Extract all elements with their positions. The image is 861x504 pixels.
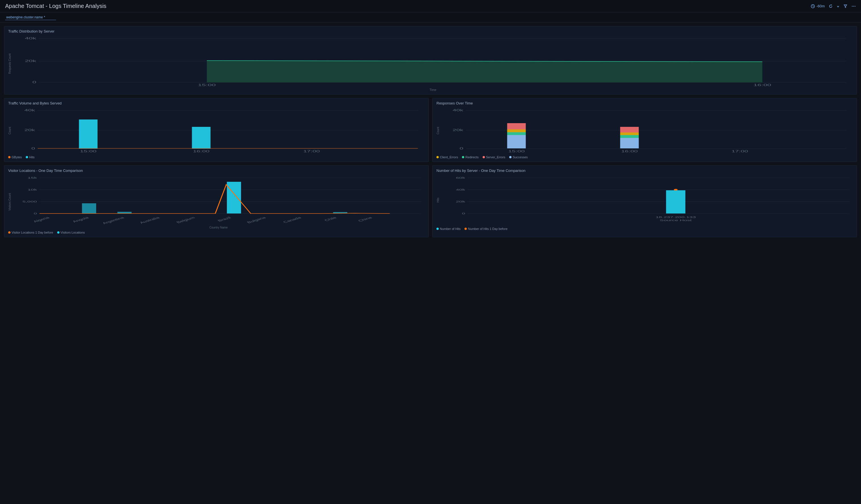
svg-text:0: 0 (34, 212, 37, 215)
refresh-icon[interactable] (829, 4, 833, 9)
svg-text:17:00: 17:00 (303, 150, 320, 153)
server-errors-label: Server_Errors (486, 155, 505, 159)
panel-hits-by-server: Number of Hits by Server - One Day Time … (432, 165, 857, 237)
panel-responses-title: Responses Over Time (436, 101, 853, 105)
num-hits-1day-dot (464, 228, 467, 230)
time-range-control[interactable]: -60m (811, 4, 825, 9)
row-two: Traffic Volume and Bytes Served Count 40… (4, 98, 857, 162)
svg-text:18.237.200.133: 18.237.200.133 (656, 216, 696, 219)
legend-visitors-locations: Visitors Locations (57, 231, 85, 234)
client-errors-label: Client_Errors (440, 155, 458, 159)
visitor-locations-chart: 15k 10k 5,000 0 (12, 175, 425, 225)
num-hits-dot (436, 228, 439, 230)
svg-text:15:00: 15:00 (80, 150, 97, 153)
redirects-dot (462, 156, 464, 158)
svg-rect-73 (666, 190, 685, 213)
hits-label: Hits (29, 155, 35, 159)
legend-redirects: Redirects (462, 155, 478, 159)
svg-text:20k: 20k (456, 200, 465, 203)
svg-marker-11 (207, 60, 762, 82)
svg-text:0: 0 (460, 147, 463, 150)
page-title: Apache Tomcat - Logs Timeline Analysis (5, 3, 107, 9)
svg-text:Angola: Angola (71, 216, 90, 223)
svg-text:5,000: 5,000 (22, 200, 37, 203)
traffic-volume-y-label: Count (8, 127, 11, 135)
hits-dot (26, 156, 28, 158)
svg-rect-51 (227, 182, 241, 213)
visitor-1day-label: Visitor Locations 1 Day before (12, 231, 53, 234)
header: Apache Tomcat - Logs Timeline Analysis -… (0, 0, 861, 12)
svg-point-2 (852, 6, 853, 7)
traffic-volume-legend: GBytes Hits (8, 155, 425, 159)
legend-visitor-1day: Visitor Locations 1 Day before (8, 231, 53, 234)
num-hits-1day-label: Number of Hits 1 Day before (468, 227, 507, 230)
svg-rect-33 (507, 132, 526, 135)
panel-visitor-locations-title: Visitor Locations - One Day Time Compari… (8, 168, 425, 173)
traffic-distribution-y-label: Requests Count (8, 54, 11, 74)
panel-traffic-distribution-title: Traffic Distribution by Server (8, 29, 853, 33)
chevron-down-icon[interactable] (837, 4, 839, 8)
svg-rect-53 (118, 212, 132, 213)
legend-num-hits: Number of Hits (436, 227, 461, 230)
svg-text:Belgium: Belgium (175, 216, 196, 224)
redirects-label: Redirects (465, 155, 478, 159)
hits-by-server-chart: 60k 40k 20k 0 18.237.200.133 Source Host (441, 175, 853, 225)
svg-text:Brazil: Brazil (217, 216, 232, 222)
legend-hits: Hits (26, 155, 35, 159)
svg-text:Source Host: Source Host (660, 219, 692, 222)
hits-by-server-y-label: Hits (436, 198, 440, 202)
svg-text:0: 0 (462, 212, 465, 215)
svg-rect-52 (82, 203, 96, 213)
time-range-label: -60m (816, 4, 825, 8)
svg-rect-36 (620, 138, 639, 149)
svg-text:16:00: 16:00 (621, 150, 638, 153)
filter-icon[interactable] (844, 4, 847, 9)
svg-text:Algeria: Algeria (32, 216, 51, 223)
svg-text:Bulgaria: Bulgaria (246, 216, 267, 224)
svg-text:0: 0 (31, 147, 35, 150)
panel-traffic-distribution: Traffic Distribution by Server Requests … (4, 26, 857, 95)
more-options-icon[interactable] (851, 4, 856, 9)
num-hits-label: Number of Hits (440, 227, 461, 230)
legend-client-errors: Client_Errors (436, 155, 458, 159)
visitors-locations-dot (57, 231, 59, 234)
svg-rect-34 (507, 129, 526, 132)
responses-chart: 40k 20k 0 (441, 108, 853, 153)
svg-text:Chile: Chile (323, 216, 338, 222)
svg-text:0: 0 (32, 80, 36, 84)
visitor-locations-y-axis: Visitors Count (8, 193, 11, 211)
successes-dot (509, 156, 511, 158)
svg-rect-39 (620, 127, 639, 132)
svg-text:20k: 20k (453, 128, 464, 132)
hits-by-server-legend: Number of Hits Number of Hits 1 Day befo… (436, 227, 853, 230)
svg-point-4 (855, 6, 856, 7)
legend-server-errors: Server_Errors (483, 155, 505, 159)
svg-text:20k: 20k (25, 59, 37, 62)
svg-text:20k: 20k (24, 128, 36, 132)
svg-text:16:00: 16:00 (193, 150, 209, 153)
responses-legend: Client_Errors Redirects Server_Errors Su… (436, 155, 853, 159)
gbytes-label: GBytes (12, 155, 22, 159)
gbytes-dot (8, 156, 11, 158)
visitors-locations-label: Visitors Locations (60, 231, 85, 234)
svg-rect-20 (79, 120, 98, 149)
svg-text:15k: 15k (27, 177, 37, 179)
svg-rect-21 (192, 127, 211, 149)
traffic-volume-chart: 40k 20k 0 15:00 16:00 17:00 (12, 108, 425, 153)
visitor-1day-dot (8, 231, 11, 234)
svg-text:16:00: 16:00 (753, 83, 771, 87)
successes-label: Successes (512, 155, 528, 159)
legend-gbytes: GBytes (8, 155, 22, 159)
svg-text:Argentina: Argentina (101, 216, 125, 225)
server-errors-dot (483, 156, 485, 158)
svg-point-3 (853, 6, 854, 7)
svg-marker-1 (844, 5, 847, 8)
svg-rect-32 (507, 135, 526, 149)
panel-traffic-volume-title: Traffic Volume and Bytes Served (8, 101, 425, 105)
panel-traffic-volume: Traffic Volume and Bytes Served Count 40… (4, 98, 429, 162)
panel-responses: Responses Over Time Count 40k 20k 0 (432, 98, 857, 162)
dashboard: Traffic Distribution by Server Requests … (0, 23, 861, 241)
svg-rect-38 (620, 132, 639, 135)
panel-visitor-locations: Visitor Locations - One Day Time Compari… (4, 165, 429, 237)
filter-input[interactable] (5, 15, 56, 20)
